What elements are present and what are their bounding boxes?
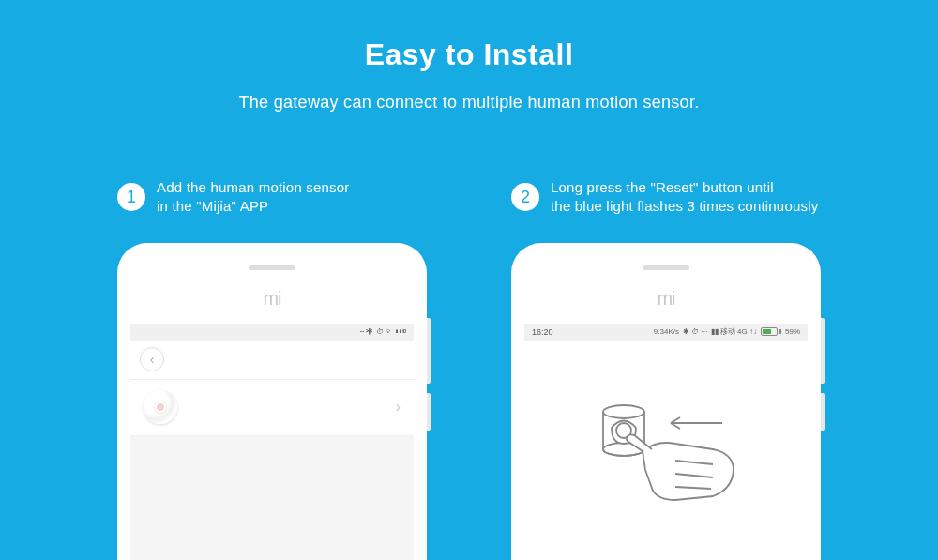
phone-speaker — [249, 265, 295, 270]
statusbar-2: 16:20 9.34K/s ✱ ⏱ ⋯ ▮▮ 移动 4G ↑↓ 59% — [524, 324, 808, 341]
phone-logo: mi — [657, 288, 674, 310]
status-time: 16:20 — [532, 327, 553, 337]
page-subtitle: The gateway can connect to multiple huma… — [0, 93, 938, 113]
phone-volume-button — [821, 318, 825, 384]
step-2: 2 Long press the "Reset" button until th… — [511, 178, 821, 560]
status-speed: 9.34K/s — [654, 327, 679, 336]
step-1-line1: Add the human motion sensor — [157, 179, 350, 195]
phone-mockup-1: mi ⋯ ✱ ⏱ ᯤ ▮▮◧ ‹ › — [117, 243, 427, 561]
chevron-right-icon: › — [396, 399, 401, 416]
back-button[interactable]: ‹ — [140, 347, 164, 371]
phone-volume-button — [427, 318, 431, 384]
reset-instruction-area — [524, 341, 808, 561]
page-title: Easy to Install — [0, 0, 938, 72]
step-2-line2: the blue light flashes 3 times continuou… — [551, 198, 818, 214]
phone-screen-1: ⋯ ✱ ⏱ ᯤ ▮▮◧ ‹ › — [130, 324, 414, 561]
app-bar: ‹ — [130, 341, 414, 380]
status-indicators-2: ✱ ⏱ ⋯ ▮▮ 移动 4G ↑↓ — [683, 326, 757, 337]
phone-speaker — [643, 265, 689, 270]
svg-point-0 — [603, 405, 644, 418]
device-list-item[interactable]: › — [130, 380, 414, 436]
step-1-line2: in the "Mijia" APP — [157, 198, 268, 214]
phone-logo: mi — [263, 288, 280, 310]
step-1: 1 Add the human motion sensor in the "Mi… — [117, 178, 427, 560]
step-1-header: 1 Add the human motion sensor in the "Mi… — [117, 178, 427, 217]
step-1-badge: 1 — [117, 183, 145, 211]
step-1-text: Add the human motion sensor in the "Miji… — [157, 178, 350, 217]
phone-power-button — [821, 393, 825, 431]
press-reset-diagram — [572, 376, 760, 526]
step-2-line1: Long press the "Reset" button until — [551, 179, 774, 195]
step-2-badge: 2 — [511, 183, 539, 211]
statusbar-1: ⋯ ✱ ⏱ ᯤ ▮▮◧ — [130, 324, 414, 341]
motion-sensor-icon — [144, 390, 177, 424]
status-indicators-1: ⋯ ✱ ⏱ ᯤ ▮▮◧ — [360, 327, 406, 336]
back-icon: ‹ — [150, 352, 155, 367]
phone-power-button — [427, 393, 431, 431]
step-2-text: Long press the "Reset" button until the … — [551, 178, 818, 217]
battery-percentage: 59% — [785, 327, 800, 336]
step-2-header: 2 Long press the "Reset" button until th… — [511, 178, 821, 217]
battery-icon — [761, 327, 781, 336]
steps-container: 1 Add the human motion sensor in the "Mi… — [0, 178, 938, 560]
phone-mockup-2: mi 16:20 9.34K/s ✱ ⏱ ⋯ ▮▮ 移动 4G ↑↓ 59% — [511, 243, 821, 561]
phone-screen-2: 16:20 9.34K/s ✱ ⏱ ⋯ ▮▮ 移动 4G ↑↓ 59% — [524, 324, 808, 561]
status-right-cluster: 9.34K/s ✱ ⏱ ⋯ ▮▮ 移动 4G ↑↓ 59% — [654, 326, 800, 337]
